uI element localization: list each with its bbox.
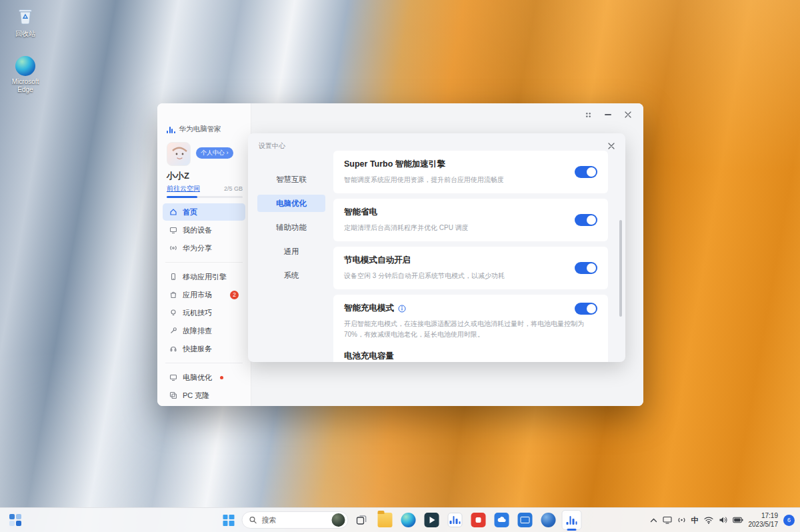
- battery-charge-capacity-section: 电池充电容量 电池达到以下电量时停止充电：: [344, 351, 597, 362]
- sidebar-item-pc-clone[interactable]: PC 克隆: [163, 387, 245, 404]
- sidebar-item-app-market[interactable]: 应用市场 2: [163, 286, 245, 303]
- headset-icon: [169, 345, 177, 353]
- card-title: 电池充电容量: [344, 351, 597, 362]
- devices-icon: [169, 226, 177, 234]
- hidden-icons-chevron[interactable]: [650, 518, 657, 523]
- window-close-button[interactable]: [619, 107, 637, 122]
- sidebar-item-troubleshooting[interactable]: 故障排查: [163, 322, 245, 339]
- toggle-smart-charging[interactable]: [575, 303, 597, 315]
- task-view-icon: [356, 514, 368, 526]
- media-app-button[interactable]: [422, 510, 442, 530]
- settings-nav: 智慧互联 电脑优化 辅助功能 通用 系统: [257, 171, 325, 291]
- file-explorer-icon: [378, 513, 393, 527]
- wifi-item[interactable]: [704, 517, 713, 524]
- screen-share-app-button[interactable]: [515, 510, 535, 530]
- monitor-tray-icon: [663, 516, 672, 524]
- recycle-bin-icon: [15, 5, 35, 28]
- taskbar-search[interactable]: 搜索: [242, 511, 349, 529]
- globe-icon: [541, 513, 556, 527]
- lightbulb-icon: [169, 309, 177, 317]
- close-icon: [625, 111, 631, 118]
- new-indicator-dot: [220, 376, 223, 379]
- sidebar-item-home[interactable]: 首页: [163, 203, 245, 221]
- globe-app-button[interactable]: [539, 510, 559, 530]
- task-view-button[interactable]: [352, 510, 372, 530]
- edge-browser-button[interactable]: [399, 510, 419, 530]
- settings-panel-title: 设置中心: [259, 141, 285, 151]
- settings-card-list: Super Turbo 智能加速引擎 智能调度系统应用使用资源，提升前台应用使用…: [333, 151, 608, 362]
- ime-indicator[interactable]: 中: [691, 515, 699, 525]
- shopping-bag-icon: [169, 291, 177, 299]
- menu-divider: [165, 262, 243, 263]
- card-description: 设备空闲 3 分钟后自动开启系统节电模式，以减少功耗: [344, 271, 597, 281]
- widgets-icon: [9, 514, 21, 526]
- toggle-knob: [587, 215, 596, 225]
- volume-icon: [719, 516, 727, 524]
- window-layout-button[interactable]: [579, 107, 597, 122]
- clone-icon: [169, 391, 177, 399]
- card-smart-charging: 智能充电模式 开启智能充电模式，在连接电源适配器过久或电池消耗过量时，将电池电量…: [333, 295, 608, 362]
- settings-scrollbar[interactable]: [619, 220, 622, 317]
- settings-nav-accessibility[interactable]: 辅助功能: [257, 219, 325, 236]
- sidebar-item-my-devices[interactable]: 我的设备: [163, 221, 245, 239]
- app-title: 华为电脑管家: [179, 125, 221, 134]
- settings-panel: 设置中心 智慧互联 电脑优化 辅助功能 通用 系统 Super Turbo 智能…: [248, 133, 625, 362]
- card-super-turbo: Super Turbo 智能加速引擎 智能调度系统应用使用资源，提升前台应用使用…: [333, 151, 608, 193]
- cloud-app-button[interactable]: [492, 510, 512, 530]
- goto-cloud-link[interactable]: 前往云空间: [167, 184, 200, 193]
- toggle-super-turbo[interactable]: [575, 166, 597, 178]
- audio-wave-app-button[interactable]: [445, 510, 465, 530]
- share-waves-icon: [677, 516, 686, 524]
- taskbar-clock[interactable]: 17:19 2023/5/17: [749, 511, 779, 529]
- wifi-icon: [704, 517, 713, 524]
- username: 小小Z: [167, 170, 189, 182]
- personal-center-badge[interactable]: 个人中心 ›: [196, 147, 233, 159]
- sidebar-item-quick-services[interactable]: 快捷服务: [163, 340, 245, 357]
- search-placeholder: 搜索: [262, 515, 277, 525]
- notification-count-badge[interactable]: 6: [783, 515, 795, 526]
- file-explorer-button[interactable]: [375, 510, 395, 530]
- window-controls: [579, 107, 637, 122]
- toggle-smart-power-saving[interactable]: [575, 214, 597, 226]
- tray-share-item[interactable]: [677, 516, 686, 524]
- widgets-button[interactable]: [5, 510, 25, 530]
- settings-nav-general[interactable]: 通用: [257, 243, 325, 260]
- layout-grid-icon: [585, 112, 591, 118]
- user-avatar[interactable]: [167, 142, 191, 166]
- phone-icon: [169, 273, 177, 281]
- search-icon: [249, 516, 257, 524]
- home-icon: [169, 208, 177, 216]
- audio-wave-icon: [448, 513, 463, 527]
- sidebar-item-huawei-share[interactable]: 华为分享: [163, 239, 245, 257]
- clock-date: 2023/5/17: [749, 520, 779, 529]
- share-signal-icon: [169, 244, 177, 252]
- taskbar: 搜索: [0, 507, 800, 532]
- desktop-icon-edge[interactable]: Microsoft Edge: [4, 56, 47, 94]
- battery-icon: [733, 517, 743, 523]
- settings-nav-smart-interconnect[interactable]: 智慧互联: [257, 171, 325, 188]
- volume-item[interactable]: [719, 516, 727, 524]
- tray-monitor-item[interactable]: [663, 516, 672, 524]
- desktop-icon-recycle-bin[interactable]: 回收站: [4, 5, 47, 38]
- edge-label: Microsoft Edge: [4, 78, 47, 94]
- start-button[interactable]: [219, 510, 239, 530]
- app-brand: 华为电脑管家: [167, 125, 221, 134]
- taskbar-center: 搜索: [219, 508, 582, 532]
- huawei-pc-manager-button[interactable]: [562, 510, 582, 530]
- system-tray: 中 17:19 2023/5/17 6: [650, 508, 795, 532]
- toggle-auto-power-saver[interactable]: [575, 262, 597, 274]
- sidebar-item-mobile-app-engine[interactable]: 移动应用引擎: [163, 268, 245, 285]
- battery-item[interactable]: [733, 517, 743, 523]
- window-minimize-button[interactable]: [599, 107, 617, 122]
- sidebar-item-pc-optimization[interactable]: 电脑优化: [163, 369, 245, 386]
- close-icon: [608, 143, 615, 149]
- menu-divider: [165, 363, 243, 363]
- red-app-button[interactable]: [469, 510, 489, 530]
- windows-start-icon: [223, 515, 234, 526]
- settings-nav-pc-optimization[interactable]: 电脑优化: [257, 195, 325, 212]
- app-market-count-badge: 2: [230, 291, 239, 299]
- settings-nav-system[interactable]: 系统: [257, 267, 325, 284]
- sidebar-item-tips[interactable]: 玩机技巧: [163, 304, 245, 321]
- app-sidebar: 华为电脑管家 个人中心 › 小小Z 前往云空间 2/5 GB 首页 我的设备: [157, 103, 251, 406]
- info-icon[interactable]: [398, 305, 406, 313]
